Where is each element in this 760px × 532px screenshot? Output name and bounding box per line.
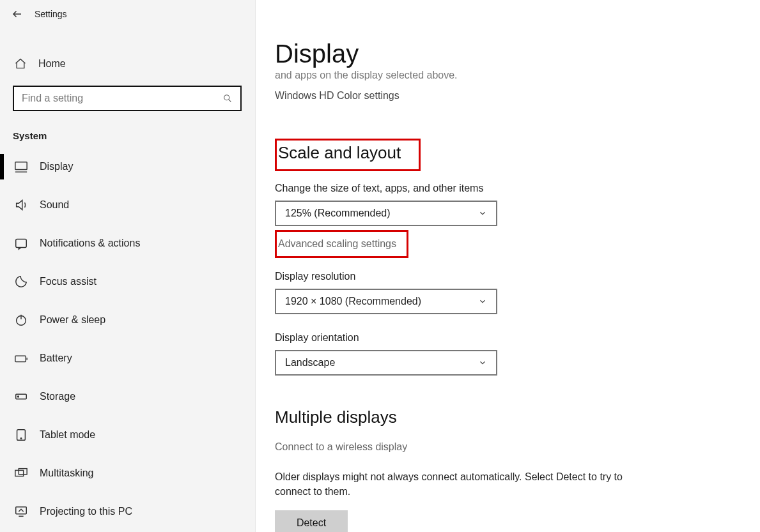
svg-rect-4 [15,356,26,361]
multiple-displays-body: Older displays might not always connect … [275,469,633,499]
sidebar-home-label: Home [38,58,66,70]
orientation-label: Display orientation [275,332,760,344]
sidebar-item-label: Notifications & actions [40,238,140,249]
wireless-display-link[interactable]: Connect to a wireless display [275,441,760,453]
multiple-displays-title: Multiple displays [275,407,760,427]
sidebar: Settings Home System Display Sound [0,0,256,532]
resolution-dropdown[interactable]: 1920 × 1080 (Recommended) [275,289,497,314]
svg-point-6 [18,396,19,397]
scale-section-title: Scale and layout [278,143,401,163]
sidebar-item-label: Storage [40,391,75,402]
home-icon [14,57,27,70]
sidebar-item-storage[interactable]: Storage [0,377,255,416]
search-wrap [0,86,255,111]
app-title: Settings [35,9,67,19]
search-input[interactable] [22,93,222,104]
sidebar-item-notifications[interactable]: Notifications & actions [0,224,255,262]
chevron-down-icon [478,358,487,367]
sidebar-item-label: Battery [40,353,72,364]
sidebar-item-power-sleep[interactable]: Power & sleep [0,301,255,339]
storage-icon [14,390,28,404]
sidebar-item-label: Focus assist [40,276,97,287]
orientation-dropdown[interactable]: Landscape [275,350,497,376]
chevron-down-icon [478,209,487,218]
scale-value: 125% (Recommended) [285,208,391,219]
power-icon [14,313,28,327]
focus-assist-icon [14,275,28,289]
hd-color-link[interactable]: Windows HD Color settings [275,90,760,102]
svg-rect-2 [16,239,27,248]
main-content: Display and apps on the display selected… [256,0,760,532]
sidebar-item-label: Multitasking [40,467,93,479]
battery-icon [14,351,28,365]
sidebar-item-projecting[interactable]: Projecting to this PC [0,492,255,531]
sidebar-home[interactable]: Home [0,46,255,82]
sidebar-item-label: Sound [40,199,69,211]
chevron-down-icon [478,297,487,306]
advanced-scaling-link[interactable]: Advanced scaling settings [278,238,396,249]
partial-caption: and apps on the display selected above. [275,70,760,81]
display-icon [14,160,28,174]
highlight-scale-title: Scale and layout [275,139,421,171]
highlight-advanced-scaling: Advanced scaling settings [275,230,408,258]
scale-label: Change the size of text, apps, and other… [275,183,760,194]
sidebar-item-label: Display [40,161,73,172]
sidebar-item-tablet-mode[interactable]: Tablet mode [0,416,255,454]
svg-rect-1 [15,162,27,170]
orientation-value: Landscape [285,357,335,369]
sidebar-header: Settings [0,0,255,28]
sidebar-item-focus-assist[interactable]: Focus assist [0,262,255,301]
resolution-value: 1920 × 1080 (Recommended) [285,296,421,307]
svg-rect-9 [15,470,24,476]
sidebar-nav: Display Sound Notifications & actions Fo… [0,148,255,531]
search-icon [222,93,233,103]
back-icon[interactable] [12,8,23,20]
sidebar-item-label: Tablet mode [40,429,95,441]
svg-rect-10 [19,469,27,475]
sidebar-item-multitasking[interactable]: Multitasking [0,454,255,492]
sidebar-item-label: Power & sleep [40,314,105,326]
sidebar-section-header: System [0,111,255,148]
scale-dropdown[interactable]: 125% (Recommended) [275,201,497,226]
detect-button[interactable]: Detect [275,510,348,532]
sound-icon [14,198,28,212]
page-title: Display [275,40,760,68]
svg-point-0 [224,95,229,100]
search-box[interactable] [13,86,242,111]
sidebar-item-label: Projecting to this PC [40,506,132,517]
tablet-icon [14,428,28,442]
projecting-icon [14,505,28,519]
sidebar-item-battery[interactable]: Battery [0,339,255,377]
notifications-icon [14,236,28,250]
multitasking-icon [14,466,28,480]
svg-rect-11 [16,507,27,514]
svg-point-8 [20,438,21,439]
resolution-label: Display resolution [275,271,760,282]
sidebar-item-sound[interactable]: Sound [0,186,255,224]
sidebar-item-display[interactable]: Display [0,148,255,186]
